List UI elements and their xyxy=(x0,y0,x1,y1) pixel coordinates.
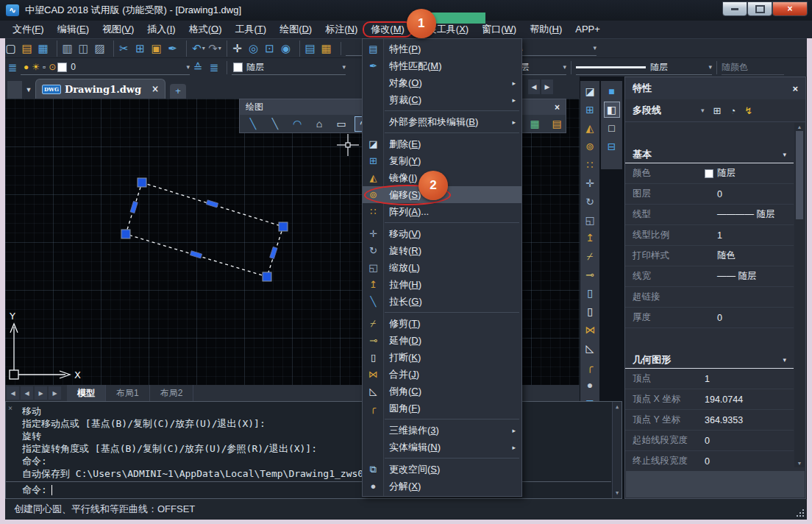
dropdown-arrow-icon[interactable]: ▾ xyxy=(218,45,221,52)
menu-item-rotate[interactable]: ↻ 旋转(R) ▸ xyxy=(363,242,521,259)
menu-item-move[interactable]: ✛ 移动(V) ▸ xyxy=(363,225,521,242)
menu-item-offset[interactable]: ⊚ 偏移(S) ▸ xyxy=(363,186,521,203)
table-button[interactable]: ▦ xyxy=(526,116,544,132)
copy-button[interactable]: ⊞ xyxy=(582,102,598,118)
scroll-down-icon[interactable]: ▼ xyxy=(616,490,619,496)
join-button[interactable]: ⋈ xyxy=(582,322,598,338)
property-row[interactable]: 颜色 随层 xyxy=(625,163,794,184)
tab-model[interactable]: 模型 xyxy=(67,385,106,401)
menu-help[interactable]: 帮助(H) xyxy=(523,21,569,38)
layer-lock-icon[interactable]: ⊙ xyxy=(49,62,56,72)
property-row[interactable]: 线型比例 1 xyxy=(625,225,794,246)
xline-button[interactable]: ╲ xyxy=(266,116,284,132)
menu-item-stretch[interactable]: ↥ 拉伸(H) ▸ xyxy=(363,276,521,293)
property-row[interactable]: 线型 ———— 随层 xyxy=(625,205,794,225)
collapse-icon[interactable]: ▾ xyxy=(783,356,786,364)
command-scrollbar[interactable]: ▲ ▼ xyxy=(612,402,622,498)
menu-item-clip[interactable]: 剪裁(C) ▸ xyxy=(363,91,521,108)
menu-item-break[interactable]: ▯ 打断(K) ▸ xyxy=(363,349,521,366)
chamfer-button[interactable]: ◺ xyxy=(582,340,598,356)
send-to-back-button[interactable]: □ xyxy=(604,120,620,136)
last-tab-button[interactable]: ▶ xyxy=(49,386,61,400)
scale-button[interactable]: ◱ xyxy=(582,212,598,228)
scroll-down-icon[interactable]: ▼ xyxy=(797,461,802,466)
restore-button[interactable] xyxy=(747,1,772,16)
menu-item-match-properties[interactable]: ✒ 特性匹配(M) ▸ xyxy=(363,57,521,74)
menu-view[interactable]: 视图(V) xyxy=(96,21,140,38)
property-row[interactable]: 打印样式 随色 xyxy=(625,246,794,266)
menu-item-trim[interactable]: ⌿ 修剪(T) ▸ xyxy=(363,315,521,332)
scroll-up-icon[interactable]: ▲ xyxy=(616,404,619,410)
pan-button[interactable]: ✛ ▾ xyxy=(227,40,247,57)
layer-previous-button[interactable]: ≣ xyxy=(206,60,222,76)
extend-button[interactable]: ⊸ xyxy=(582,266,598,283)
copy-button[interactable]: ⊞ ▾ xyxy=(134,40,150,57)
minimize-button[interactable] xyxy=(722,1,747,16)
collapse-icon[interactable]: ▾ xyxy=(783,151,786,158)
property-row[interactable]: 顶点 X 坐标 194.0744 xyxy=(625,389,794,410)
dropdown-arrow-icon[interactable]: ▾ xyxy=(202,45,205,52)
menu-file[interactable]: 文件(F) xyxy=(6,21,51,38)
menu-item-explode[interactable]: ● 分解(X) ▸ xyxy=(363,478,521,495)
menu-item-chamfer[interactable]: ◺ 倒角(C) ▸ xyxy=(363,383,521,400)
zoom-realtime-button[interactable]: ◎ ▾ xyxy=(247,40,263,57)
command-window[interactable]: × 移动指定移动点或 [基点(B)/复制(C)/放弃(U)/退出(X)]:旋转指… xyxy=(5,401,622,499)
menu-item-erase[interactable]: ◪ 删除(E) ▸ xyxy=(363,135,521,152)
erase-button[interactable]: ◪ xyxy=(582,83,598,99)
menu-dimension[interactable]: 标注(N) xyxy=(318,21,364,38)
document-list-dropdown[interactable]: ▼ xyxy=(22,81,35,99)
explode-button[interactable]: ● xyxy=(582,377,598,393)
layer-on-bulb-icon[interactable]: ● xyxy=(24,62,29,72)
color-combo[interactable]: 随层 ▾ xyxy=(232,60,346,75)
menu-item-join[interactable]: ⋈ 合并(J) ▸ xyxy=(363,366,521,383)
match-properties-button[interactable]: ✒ ▾ xyxy=(166,40,182,57)
print-preview-button[interactable]: ◫ ▾ xyxy=(77,40,93,57)
scroll-tabs-left-button[interactable]: ◀ xyxy=(528,79,540,94)
scrollbar-thumb[interactable] xyxy=(796,131,803,219)
quick-select-icon[interactable]: ↯ xyxy=(744,105,752,116)
document-menu-button[interactable] xyxy=(7,81,22,99)
properties-scrollbar[interactable]: ▲ ▼ xyxy=(794,123,805,467)
property-row[interactable]: 线宽 —— 随层 xyxy=(625,266,794,287)
zoom-previous-button[interactable]: ◉ ▾ xyxy=(279,40,296,57)
menu-draw[interactable]: 绘图(D) xyxy=(273,21,318,38)
ole-button[interactable]: ▤ xyxy=(548,116,566,132)
draw-order-button[interactable]: ◧ xyxy=(604,102,620,118)
menu-item-object[interactable]: 对象(O) ▸ xyxy=(363,74,521,91)
layer-freeze-sun-icon[interactable]: ☀ xyxy=(32,62,40,72)
object-type-dropdown[interactable]: 多段线 xyxy=(633,104,661,117)
properties-titlebar[interactable]: 特性 × xyxy=(625,77,805,99)
stretch-button[interactable]: ↥ xyxy=(582,230,598,247)
section-header-geometry[interactable]: 几何图形 ▾ xyxy=(625,352,794,369)
scroll-up-icon[interactable]: ▲ xyxy=(797,124,802,130)
redo-button[interactable]: ↷ ▾ xyxy=(207,40,223,57)
property-row[interactable]: 厚度 0 xyxy=(625,308,794,328)
property-row[interactable]: 顶点 1 xyxy=(625,369,794,389)
menu-modify[interactable]: 修改(M) xyxy=(364,21,411,38)
next-tab-button[interactable]: ▶ xyxy=(35,386,47,400)
document-tab[interactable]: DWG Drawing1.dwg × xyxy=(35,79,165,99)
resize-grip[interactable] xyxy=(797,509,804,517)
make-current-layer-button[interactable]: ≙ xyxy=(190,60,206,76)
menu-item-scale[interactable]: ◱ 缩放(L) ▸ xyxy=(363,259,521,276)
menu-window[interactable]: 窗口(W) xyxy=(475,21,523,38)
break-button[interactable]: ▯ xyxy=(582,303,598,319)
dropdown-arrow-icon[interactable]: ▾ xyxy=(182,63,190,71)
menu-item-fillet[interactable]: ╭ 圆角(F) ▸ xyxy=(363,400,521,417)
rotate-button[interactable]: ↻ xyxy=(582,194,598,210)
close-icon[interactable]: × xyxy=(555,102,560,113)
menu-format[interactable]: 格式(O) xyxy=(182,21,229,38)
bring-above-button[interactable]: ⊟ xyxy=(604,138,620,155)
close-icon[interactable]: × xyxy=(792,83,798,94)
undo-button[interactable]: ↶ ▾ xyxy=(186,40,207,57)
rectangle-button[interactable]: ▭ xyxy=(332,116,350,132)
cut-button[interactable]: ✂ ▾ xyxy=(113,40,134,57)
trim-button[interactable]: ⌿ xyxy=(582,248,598,264)
properties-palette-button[interactable]: ▤ ▾ xyxy=(299,40,320,57)
multileader-style-combo[interactable]: ✎ ▾ xyxy=(516,40,596,56)
prev-tab-button[interactable]: ◀ xyxy=(21,386,33,400)
layer-combo[interactable]: ●☀▫⊙ 0 ▾ xyxy=(21,60,190,75)
mirror-button[interactable]: ◭ xyxy=(582,120,598,136)
select-objects-icon[interactable]: ◔ xyxy=(730,105,736,116)
property-row[interactable]: 超链接 xyxy=(625,287,794,308)
